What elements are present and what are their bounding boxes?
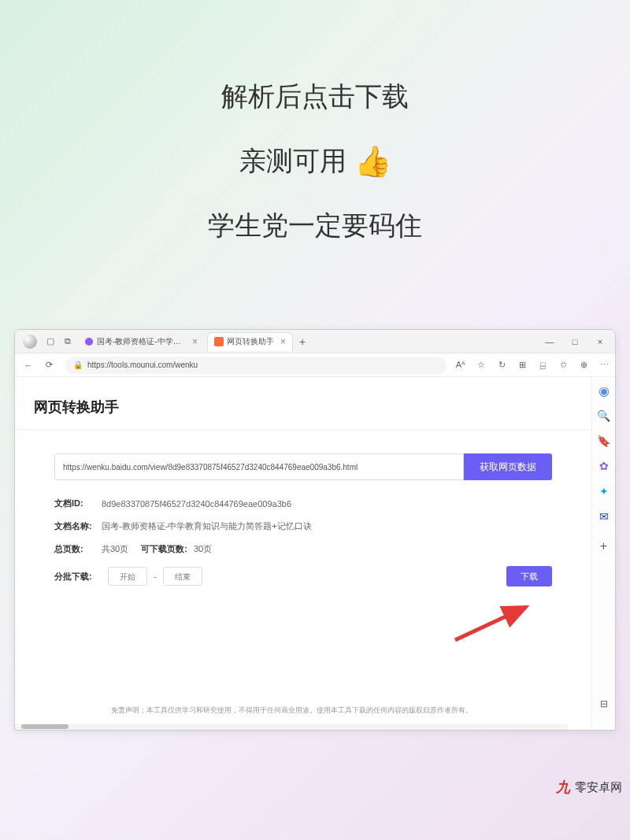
close-window-button[interactable]: × — [595, 337, 606, 346]
watermark-text: 零安卓网 — [575, 780, 622, 795]
address-bar-row: ← ⟳ 🔒 https://tools.mounui.com/wenku Aᴬ … — [15, 353, 615, 377]
document-url-input[interactable] — [54, 453, 464, 480]
sidebar-outlook-icon[interactable]: ✉ — [597, 509, 611, 524]
sidebar-app2-icon[interactable]: ✦ — [597, 484, 611, 498]
fetch-data-button[interactable]: 获取网页数据 — [464, 453, 552, 480]
page-header: 网页转换助手 — [15, 377, 591, 430]
tab-1-favicon — [84, 337, 94, 346]
doc-name-row: 文档名称: 国考-教师资格证-中学教育知识与能力简答题+记忆口诀 — [54, 520, 552, 532]
sidebar-add-icon[interactable]: + — [597, 539, 611, 553]
doc-id-label: 文档ID: — [54, 498, 95, 509]
address-bar-tools: Aᴬ ☆ ↻ ⊞ ⌸ ✩ ⊕ ⋯ — [454, 360, 610, 370]
workspaces-icon[interactable]: ▢ — [45, 336, 56, 347]
promo-line-1: 解析后点击下载 — [0, 79, 630, 115]
total-pages-label: 总页数: — [54, 543, 95, 555]
doc-name-value: 国考-教师资格证-中学教育知识与能力简答题+记忆口诀 — [102, 520, 312, 532]
copilot-icon[interactable]: ◉ — [597, 383, 611, 398]
favorites-icon[interactable]: ✩ — [557, 360, 569, 370]
batch-label: 分批下载: — [54, 571, 95, 583]
batch-end-input[interactable] — [163, 567, 202, 586]
collections-icon[interactable]: ⌸ — [536, 361, 549, 370]
window-controls: — □ × — [544, 337, 612, 346]
tab-2-favicon — [214, 337, 224, 346]
tab-1[interactable]: 国考-教师资格证-中学教育知识 × — [78, 332, 204, 351]
svg-line-1 — [455, 607, 526, 640]
new-tab-button[interactable]: + — [299, 335, 306, 348]
title-bar: ▢ ⧉ 国考-教师资格证-中学教育知识 × 网页转换助手 × + — □ × — [15, 330, 615, 353]
page-title: 网页转换助手 — [34, 398, 573, 416]
disclaimer-text: 免责声明：本工具仅供学习和研究使用，不得用于任何商业用途。使用本工具下载的任何内… — [15, 705, 568, 716]
promo-line-2-text: 亲测可用 — [239, 143, 346, 179]
tab-1-title: 国考-教师资格证-中学教育知识 — [97, 336, 186, 347]
extensions-icon[interactable]: ⊞ — [516, 360, 528, 370]
promo-line-3: 学生党一定要码住 — [0, 208, 630, 244]
tab-2-close-icon[interactable]: × — [280, 336, 286, 347]
profile-avatar[interactable] — [23, 335, 37, 349]
watermark: 九 零安卓网 — [554, 779, 622, 796]
star-icon[interactable]: ☆ — [475, 360, 487, 370]
doc-id-value: 8d9e83370875f46527d3240c844769eae009a3b6 — [102, 499, 291, 509]
edge-sidebar: ◉ 🔍 🔖 ✿ ✦ ✉ + ⊟ — [591, 377, 615, 730]
lock-icon: 🔒 — [73, 361, 83, 369]
more-icon[interactable]: ⋯ — [598, 360, 610, 370]
arrow-annotation — [451, 601, 538, 648]
url-bar[interactable]: 🔒 https://tools.mounui.com/wenku — [65, 357, 447, 374]
sync-icon[interactable]: ↻ — [495, 360, 508, 370]
thumbs-up-icon: 👍 — [354, 144, 391, 179]
promo-block: 解析后点击下载 亲测可用 👍 学生党一定要码住 — [0, 0, 630, 244]
pages-row: 总页数: 共30页 可下载页数: 30页 — [54, 543, 552, 555]
read-aloud-icon[interactable]: Aᴬ — [454, 360, 467, 370]
doc-name-label: 文档名称: — [54, 520, 95, 532]
horizontal-scrollbar[interactable] — [15, 723, 568, 730]
sidebar-tag-icon[interactable]: 🔖 — [597, 434, 611, 448]
watermark-logo-icon: 九 — [554, 779, 572, 796]
batch-start-input[interactable] — [108, 567, 147, 586]
tab-2-title: 网页转换助手 — [227, 336, 274, 347]
sidebar-search-icon[interactable]: 🔍 — [597, 409, 611, 423]
browser-window: ▢ ⧉ 国考-教师资格证-中学教育知识 × 网页转换助手 × + — □ × ←… — [14, 329, 616, 731]
page-content: 网页转换助手 获取网页数据 文档ID: 8d9e83370875f46527d3… — [15, 377, 591, 730]
scrollbar-thumb[interactable] — [21, 724, 69, 729]
refresh-button[interactable]: ⟳ — [40, 357, 57, 374]
total-pages-value: 共30页 — [102, 543, 128, 555]
browser-body: 网页转换助手 获取网页数据 文档ID: 8d9e83370875f46527d3… — [15, 377, 615, 730]
main-panel: 获取网页数据 文档ID: 8d9e83370875f46527d3240c844… — [15, 430, 591, 605]
sidebar-app1-icon[interactable]: ✿ — [597, 459, 611, 473]
downloadable-label: 可下载页数: — [141, 543, 187, 555]
tab-2[interactable]: 网页转换助手 × — [207, 332, 293, 351]
batch-download-row: 分批下载: - 下载 — [54, 566, 552, 587]
settings-icon[interactable]: ⊕ — [577, 360, 590, 370]
svg-point-0 — [85, 338, 93, 346]
doc-id-row: 文档ID: 8d9e83370875f46527d3240c844769eae0… — [54, 498, 552, 509]
promo-line-2: 亲测可用 👍 — [0, 143, 630, 179]
minimize-button[interactable]: — — [544, 337, 555, 346]
tab-1-close-icon[interactable]: × — [192, 336, 198, 347]
tab-actions-icon[interactable]: ⧉ — [62, 336, 73, 347]
url-input-row: 获取网页数据 — [54, 453, 552, 480]
downloadable-value: 30页 — [194, 543, 212, 555]
range-dash: - — [154, 572, 157, 581]
sidebar-settings-icon[interactable]: ⊟ — [597, 697, 611, 711]
download-button[interactable]: 下载 — [506, 566, 552, 587]
back-button[interactable]: ← — [20, 357, 37, 374]
url-text: https://tools.mounui.com/wenku — [87, 361, 198, 369]
maximize-button[interactable]: □ — [569, 337, 580, 346]
